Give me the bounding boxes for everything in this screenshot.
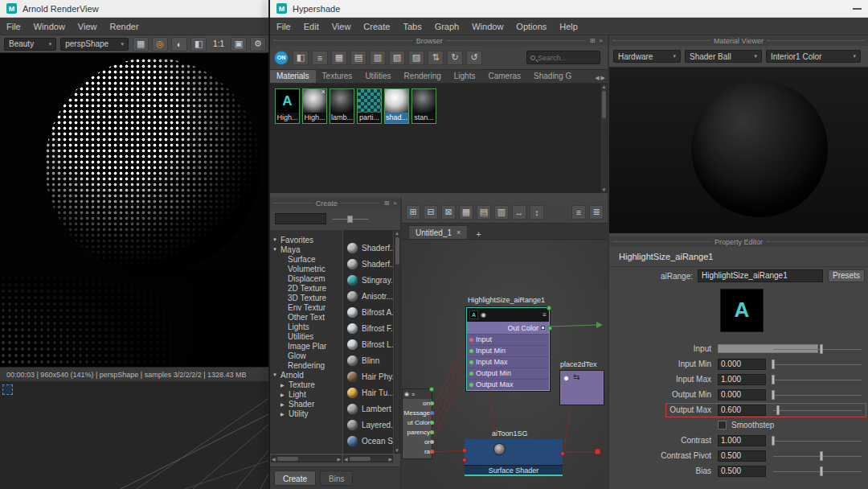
menu-item[interactable]: File (0, 18, 27, 35)
swatch-size-slider[interactable] (333, 214, 368, 224)
node-attribute-row[interactable]: Input Min (467, 345, 549, 356)
create-tree-item[interactable]: ▼ Favorites (270, 235, 342, 244)
slider-handle[interactable] (772, 360, 775, 369)
slider-track[interactable] (773, 410, 862, 411)
tree-hscrollbar[interactable]: ◀▶ (271, 455, 342, 462)
port-dot[interactable] (430, 421, 434, 425)
attribute-slider[interactable] (773, 342, 865, 357)
swatch-xlarge-icon[interactable]: ▧ (389, 51, 405, 65)
palette-display-icon[interactable]: ◧ (293, 51, 309, 65)
material-thumbnail[interactable] (303, 89, 326, 113)
browser-tab[interactable]: Cameras (481, 70, 527, 83)
geometry-dropdown[interactable]: Shader Ball (685, 50, 762, 63)
sort-icon[interactable]: ⇅ (428, 51, 444, 65)
material-thumbnail[interactable] (358, 89, 381, 113)
maya-viewport-background[interactable] (0, 381, 270, 489)
attribute-slider[interactable] (773, 403, 865, 418)
browser-tab[interactable]: Textures (316, 70, 359, 83)
port-dot[interactable] (430, 401, 434, 405)
node-menu-icon[interactable]: ≡ (542, 311, 547, 318)
create-tree-item[interactable]: ▶ Texture (270, 380, 342, 389)
expand-arrow-icon[interactable]: ▼ (272, 372, 278, 377)
create-node-item[interactable]: Layered... (343, 417, 393, 433)
presets-button[interactable]: Presets (828, 269, 865, 282)
material-swatch-cell[interactable]: shad... (384, 88, 409, 124)
menu-item[interactable]: Edit (297, 18, 326, 35)
node-header[interactable]: ◉ ≡ (403, 389, 432, 399)
refresh-swatch-icon[interactable]: ↻ (447, 51, 463, 65)
create-node-item[interactable]: Stingray... (343, 272, 393, 288)
aitoon-node-partial[interactable]: ◉ ≡ on Message ut (402, 388, 432, 459)
zoom-1to1-button[interactable]: 1:1 (211, 39, 227, 48)
swatch-scrollbar[interactable]: ▲▼ (600, 84, 608, 193)
slider-handle[interactable] (820, 344, 823, 354)
create-tree-item[interactable]: Surface (270, 254, 342, 264)
out-color-port[interactable] (547, 326, 552, 331)
menu-item[interactable]: File (270, 18, 297, 35)
distribute-icon[interactable]: ↔ (512, 205, 526, 220)
browser-tab[interactable]: Lights (448, 70, 482, 83)
create-tree-item[interactable]: ▼ Arnold (270, 370, 342, 380)
create-node-item[interactable]: Shaderf... (343, 240, 393, 256)
aov-grid-icon[interactable]: ▦ (133, 37, 149, 51)
create-node-item[interactable]: Anisotr... (343, 288, 393, 304)
close-tab-icon[interactable]: × (457, 226, 461, 240)
output-connected-dot[interactable] (547, 306, 551, 310)
material-thumbnail[interactable] (330, 89, 354, 113)
expand-arrow-icon[interactable]: ▶ (280, 401, 286, 407)
create-node-item[interactable]: Blinn (343, 352, 393, 368)
menu-item[interactable]: Window (27, 18, 72, 35)
create-tree-item[interactable]: ▶ Shader (270, 399, 342, 409)
node-attribute-row[interactable]: Input Max (467, 356, 549, 368)
render-viewport[interactable] (0, 53, 270, 367)
attribute-slider[interactable] (773, 434, 865, 449)
node-attribute-row[interactable]: ra (403, 447, 432, 457)
expand-arrow-icon[interactable]: ▶ (280, 411, 286, 417)
attribute-value-field[interactable]: 0.500 (718, 466, 766, 477)
swatch-grid-icon[interactable]: ▨ (408, 51, 424, 65)
expand-arrow-icon[interactable]: ▼ (272, 237, 278, 242)
minimize-button[interactable] (853, 8, 862, 10)
create-node-list[interactable]: Shaderf... Shaderf... Stingray... Anisot… (343, 230, 393, 454)
tab-scroll-right-icon[interactable]: ▶ (601, 75, 605, 81)
menu-item[interactable]: View (72, 18, 104, 35)
input-connections-icon[interactable]: ⊞ (406, 205, 420, 220)
detailed-view-icon[interactable]: ≣ (589, 205, 604, 220)
node-name-field[interactable]: HighlightSize_aiRange1 (698, 269, 823, 282)
node-header[interactable]: ◉ ≡ (467, 308, 549, 322)
slider-handle[interactable] (776, 405, 780, 415)
node-attribute-row[interactable]: Output Max (467, 379, 549, 390)
node-preview-swatch[interactable] (720, 289, 764, 332)
slider-handle[interactable] (347, 216, 353, 223)
browser-tab[interactable]: Utilities (358, 70, 397, 83)
visibility-eye-icon[interactable]: ◉ (404, 391, 409, 397)
create-bottom-tab[interactable]: Create (274, 471, 316, 486)
close-panel-icon[interactable]: × (598, 37, 604, 44)
slider-track[interactable] (773, 349, 862, 350)
create-tree-item[interactable]: Other Text (270, 312, 342, 322)
tab-scroll-arrows[interactable]: ◀▶ (595, 75, 608, 83)
create-tree-item[interactable]: Rendering (270, 360, 342, 370)
browser-tab[interactable]: Shading G (527, 70, 578, 83)
scrollbar-thumb[interactable] (395, 237, 399, 265)
material-preview-viewport[interactable] (609, 68, 868, 233)
node-attribute-row[interactable]: Input (467, 334, 549, 345)
slider-handle[interactable] (820, 451, 823, 461)
input-port-dot[interactable] (462, 448, 467, 453)
renderview-titlebar[interactable]: M Arnold RenderView (0, 0, 270, 18)
attribute-value-field[interactable]: 0.500 (718, 450, 766, 462)
scrollbar-thumb[interactable] (277, 457, 298, 461)
input-port-dot[interactable] (462, 458, 467, 462)
attribute-slider[interactable] (773, 464, 865, 479)
menu-item[interactable]: Options (510, 18, 553, 35)
create-node-item[interactable]: Lambert (343, 401, 393, 417)
swatch-medium-icon[interactable]: ▤ (350, 51, 366, 65)
material-thumbnail[interactable] (412, 89, 436, 113)
shading-group-node[interactable]: Surface Shader (465, 439, 563, 476)
expand-arrow-icon[interactable]: ▶ (280, 392, 286, 397)
browser-tab[interactable]: Rendering (398, 70, 448, 83)
browser-tab[interactable]: Materials (270, 70, 316, 83)
attribute-value-field[interactable]: 1.000 (718, 435, 766, 446)
slider-track[interactable] (773, 380, 862, 380)
slider-track[interactable] (773, 395, 862, 396)
